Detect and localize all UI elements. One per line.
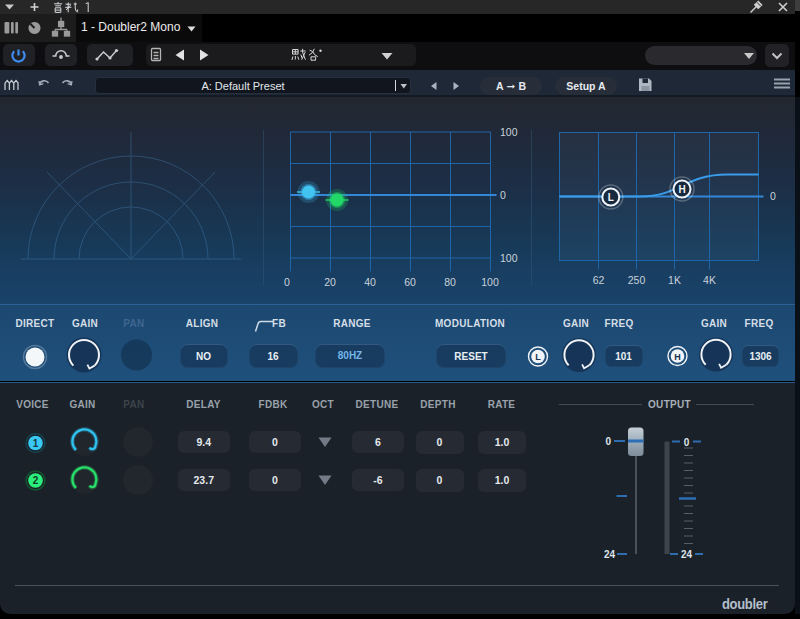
svg-text:62: 62 <box>593 274 605 286</box>
svg-text:24: 24 <box>604 549 616 560</box>
svg-text:1K: 1K <box>668 274 681 286</box>
svg-text:4K: 4K <box>703 274 716 286</box>
svg-text:100: 100 <box>500 126 518 138</box>
svg-text:60: 60 <box>404 276 416 288</box>
svg-text:2: 2 <box>33 475 39 486</box>
svg-text:100: 100 <box>481 276 499 288</box>
svg-text:100: 100 <box>500 252 518 264</box>
svg-text:1: 1 <box>33 438 39 449</box>
svg-text:L: L <box>608 192 614 203</box>
svg-text:250: 250 <box>628 274 646 286</box>
svg-text:0: 0 <box>684 437 690 448</box>
svg-text:20: 20 <box>324 276 336 288</box>
svg-text:80: 80 <box>444 276 456 288</box>
svg-text:H: H <box>674 352 681 362</box>
svg-text:0: 0 <box>770 190 776 202</box>
svg-text:24: 24 <box>681 549 693 560</box>
svg-text:40: 40 <box>364 276 376 288</box>
svg-text:0: 0 <box>284 276 290 288</box>
svg-text:0: 0 <box>605 436 611 447</box>
svg-text:L: L <box>535 352 541 362</box>
svg-text:0: 0 <box>500 189 506 201</box>
svg-text:H: H <box>678 184 685 195</box>
